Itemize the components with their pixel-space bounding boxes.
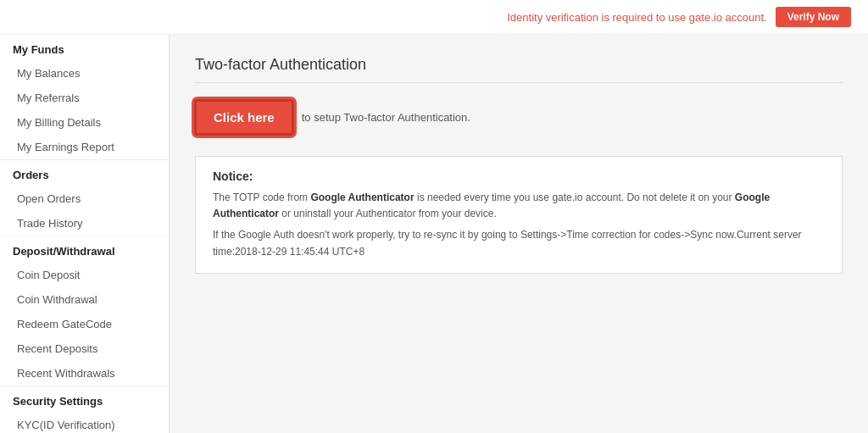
sidebar-item[interactable]: My Earnings Report	[0, 135, 169, 159]
sidebar-section-title: Orders	[0, 159, 169, 186]
click-here-section: Click here to setup Two-factor Authentic…	[195, 100, 843, 135]
sidebar-item-label: Redeem GateCode	[17, 318, 112, 330]
sidebar-item-label: Open Orders	[17, 192, 81, 205]
sidebar-item-label: My Balances	[17, 67, 80, 80]
sidebar-item[interactable]: Trade History	[0, 211, 169, 236]
notice-text-1: The TOTP code from Google Authenticator …	[213, 190, 825, 222]
sidebar-section-title: Deposit/Withdrawal	[0, 236, 169, 263]
sidebar-item[interactable]: Open Orders	[0, 186, 169, 211]
alert-message: Identity verification is required to use…	[507, 11, 766, 24]
sidebar-item-label: My Referrals	[17, 92, 80, 104]
sidebar-item[interactable]: My Referrals	[0, 86, 169, 110]
sidebar: My FundsMy BalancesMy ReferralsMy Billin…	[0, 35, 170, 433]
sidebar-item-label: Coin Deposit	[17, 269, 80, 281]
notice-text-2: If the Google Auth doesn't work properly…	[213, 227, 825, 259]
alert-bar: Identity verification is required to use…	[0, 0, 868, 35]
sidebar-item[interactable]: Coin Deposit	[0, 263, 169, 287]
sidebar-item-label: Recent Withdrawals	[17, 367, 115, 380]
sidebar-item[interactable]: Coin Withdrawal	[0, 287, 169, 312]
sidebar-item[interactable]: My Billing Details	[0, 110, 169, 135]
verify-now-button[interactable]: Verify Now	[776, 7, 851, 27]
sidebar-item[interactable]: My Balances	[0, 61, 169, 86]
click-here-description: to setup Two-factor Authentication.	[302, 111, 470, 124]
sidebar-section-title: My Funds	[0, 35, 169, 61]
sidebar-item-label: Recent Deposits	[17, 342, 97, 355]
sidebar-item[interactable]: Recent Withdrawals	[0, 361, 169, 386]
sidebar-item-label: My Earnings Report	[17, 141, 114, 153]
sidebar-item-label: Trade History	[17, 217, 83, 230]
sidebar-item[interactable]: Redeem GateCode	[0, 312, 169, 336]
main-content: Two-factor Authentication Click here to …	[170, 35, 868, 433]
notice-title: Notice:	[213, 169, 825, 183]
page-title: Two-factor Authentication	[195, 56, 843, 83]
notice-box: Notice: The TOTP code from Google Authen…	[195, 156, 843, 274]
sidebar-item[interactable]: Recent Deposits	[0, 336, 169, 361]
sidebar-item-label: My Billing Details	[17, 116, 101, 129]
sidebar-item-label: Coin Withdrawal	[17, 293, 97, 306]
main-layout: My FundsMy BalancesMy ReferralsMy Billin…	[0, 35, 868, 433]
sidebar-section-title: Security Settings	[0, 386, 169, 413]
click-here-button[interactable]: Click here	[195, 100, 293, 135]
sidebar-item[interactable]: KYC(ID Verification)	[0, 413, 169, 433]
sidebar-item-label: KYC(ID Verification)	[17, 419, 115, 431]
